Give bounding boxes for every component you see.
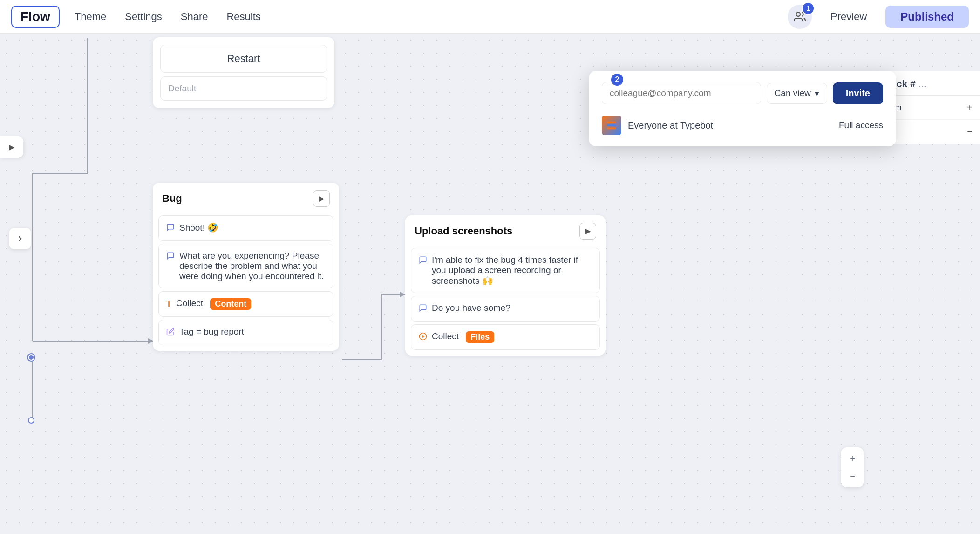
left-collapse-button[interactable]	[9, 228, 31, 249]
theme-nav-item[interactable]: Theme	[75, 9, 106, 25]
flow-tab-button[interactable]: Flow	[11, 6, 60, 28]
minus-icon[interactable]: −	[967, 126, 973, 137]
settings-nav-item[interactable]: Settings	[125, 9, 162, 25]
experiencing-text: What are you experiencing? Please descri…	[179, 251, 326, 281]
nav-items: Theme Settings Share Results	[75, 9, 788, 25]
collect-prefix: Collect	[176, 298, 205, 308]
bug-block-title: Bug	[162, 192, 182, 205]
bug-block-header: Bug ▶	[153, 183, 339, 212]
preview-button[interactable]: Preview	[821, 7, 876, 27]
upload-block-play-button[interactable]: ▶	[579, 223, 596, 240]
svg-point-0	[796, 12, 800, 16]
chat-bubble-icon-3	[419, 256, 427, 267]
left-partial-block: ▶	[0, 136, 23, 158]
svg-rect-19	[607, 128, 616, 130]
bug-item-tag[interactable]: Tag = bug report	[158, 320, 333, 345]
bug-block: Bug ▶ Shoot! 🤣 What are you experiencing…	[153, 183, 339, 351]
collaborator-badge: 1	[802, 2, 815, 15]
zoom-in-button[interactable]: +	[844, 450, 861, 467]
invite-row: Can view ▾ Invite	[602, 82, 883, 104]
chat-bubble-icon-1	[166, 223, 175, 234]
fix-bug-text: I'm able to fix the bug 4 times faster i…	[432, 255, 592, 286]
bug-block-play-button[interactable]: ▶	[313, 190, 330, 207]
shoot-text: Shoot! 🤣	[179, 222, 218, 233]
zoom-out-button[interactable]: −	[844, 468, 861, 485]
invite-button[interactable]: Invite	[833, 82, 883, 104]
connector-dot-1[interactable]	[28, 354, 34, 361]
plus-icon[interactable]: +	[967, 102, 973, 113]
member-name: Everyone at Typebot	[628, 120, 832, 131]
files-tag: Files	[466, 331, 494, 343]
arrow-right-icon	[16, 234, 24, 243]
member-icon	[606, 120, 617, 130]
text-input-icon: T	[166, 299, 171, 309]
nav-right: 1 Preview Published	[788, 5, 969, 29]
chat-bubble-icon-2	[166, 252, 175, 262]
permission-label: Can view	[775, 88, 811, 98]
collect-files-prefix: Collect	[432, 331, 461, 342]
left-play-button[interactable]: ▶	[5, 143, 19, 151]
tag-text: Tag = bug report	[179, 327, 244, 337]
member-avatar	[602, 116, 621, 135]
zoom-controls: + −	[841, 447, 864, 487]
upload-screenshots-block: Upload screenshots ▶ I'm able to fix the…	[405, 215, 606, 356]
have-some-text: Do you have some?	[432, 303, 510, 313]
upload-file-icon	[419, 332, 427, 343]
svg-rect-17	[607, 122, 616, 123]
upload-block-title: Upload screenshots	[415, 225, 512, 237]
invite-collaborator-button[interactable]: 1	[788, 5, 812, 29]
connector-dot-2[interactable]	[28, 417, 34, 424]
results-nav-item[interactable]: Results	[226, 9, 260, 25]
restart-block: Restart Default	[153, 37, 334, 108]
share-nav-item[interactable]: Share	[181, 9, 208, 25]
topnav: Flow Theme Settings Share Results 1 Prev…	[0, 0, 980, 34]
restart-button-item[interactable]: Restart	[160, 45, 327, 73]
svg-marker-11	[400, 292, 405, 297]
bug-item-experiencing[interactable]: What are you experiencing? Please descri…	[158, 244, 333, 288]
email-invite-input[interactable]	[602, 82, 761, 104]
upload-item-fix-bug[interactable]: I'm able to fix the bug 4 times faster i…	[411, 248, 600, 293]
flow-canvas[interactable]: ▶ Restart Default Bug ▶ Shoot! 🤣 W	[0, 34, 980, 534]
published-button[interactable]: Published	[885, 6, 969, 28]
share-badge-2: 2	[610, 73, 624, 87]
block-dots: ...	[919, 78, 927, 89]
upload-item-collect-files[interactable]: Collect Files	[411, 324, 600, 350]
svg-rect-18	[607, 124, 616, 126]
content-tag: Content	[210, 298, 251, 310]
pencil-icon	[166, 328, 175, 338]
share-popover: Can view ▾ Invite Everyone at Typebot Fu…	[589, 71, 896, 146]
member-row: Everyone at Typebot Full access	[602, 116, 883, 135]
bug-item-collect-content[interactable]: T Collect Content	[158, 291, 333, 317]
permission-dropdown[interactable]: Can view ▾	[767, 83, 827, 104]
default-button-item: Default	[160, 76, 327, 101]
bug-item-shoot[interactable]: Shoot! 🤣	[158, 215, 333, 241]
upload-block-header: Upload screenshots ▶	[405, 215, 606, 245]
upload-item-have-some[interactable]: Do you have some?	[411, 296, 600, 322]
chevron-down-icon: ▾	[815, 88, 819, 99]
chat-bubble-icon-4	[419, 304, 427, 315]
member-access: Full access	[839, 120, 883, 130]
